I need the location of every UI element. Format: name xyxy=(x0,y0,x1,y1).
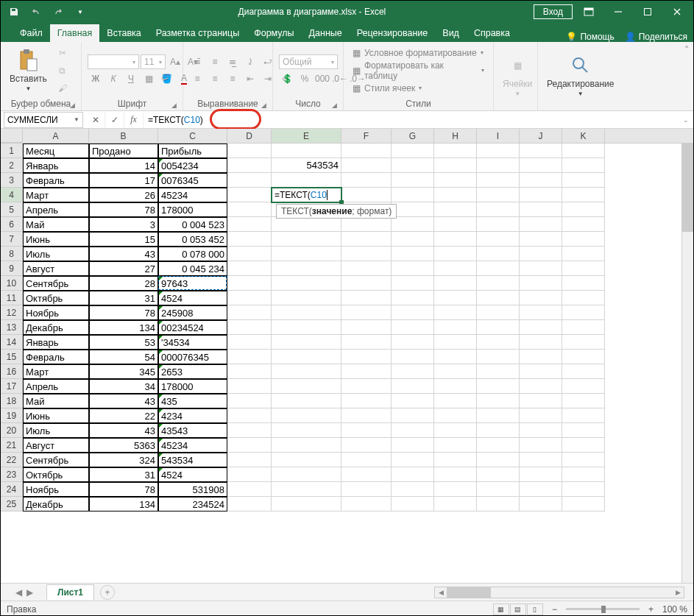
cell[interactable] xyxy=(562,291,605,305)
tab-data[interactable]: Данные xyxy=(302,24,350,42)
row-header[interactable]: 7 xyxy=(1,232,23,247)
borders-icon[interactable]: ▦ xyxy=(141,71,157,86)
cell[interactable]: Февраль xyxy=(23,350,89,364)
cell[interactable] xyxy=(477,350,520,364)
cell[interactable] xyxy=(272,144,341,158)
sheet-tab[interactable]: Лист1 xyxy=(46,584,94,600)
row-header[interactable]: 24 xyxy=(1,482,23,497)
cell[interactable] xyxy=(477,335,520,350)
cell[interactable] xyxy=(341,247,392,261)
cell[interactable]: 000076345 xyxy=(158,350,227,364)
cell[interactable] xyxy=(272,379,341,394)
cell[interactable] xyxy=(227,276,272,291)
cell[interactable] xyxy=(227,173,272,188)
cell[interactable] xyxy=(341,305,392,320)
cell[interactable] xyxy=(434,158,477,173)
cell[interactable] xyxy=(434,276,477,291)
cell[interactable] xyxy=(272,497,341,511)
cell[interactable] xyxy=(520,247,562,261)
cell[interactable] xyxy=(272,423,341,438)
cell[interactable] xyxy=(272,408,341,423)
tab-view[interactable]: Вид xyxy=(435,24,467,42)
cell[interactable] xyxy=(227,423,272,438)
cell[interactable] xyxy=(434,364,477,379)
comma-icon[interactable]: 000 xyxy=(314,71,330,86)
cell[interactable] xyxy=(272,364,341,379)
cell[interactable] xyxy=(272,276,341,291)
cell[interactable] xyxy=(520,144,562,158)
sheet-next-icon[interactable]: ▶ xyxy=(26,587,33,598)
cell[interactable] xyxy=(562,173,605,188)
cell[interactable] xyxy=(477,423,520,438)
cell[interactable]: 15 xyxy=(89,232,158,247)
cell[interactable] xyxy=(272,453,341,467)
cell[interactable] xyxy=(562,379,605,394)
cell[interactable] xyxy=(562,408,605,423)
cell[interactable] xyxy=(434,291,477,305)
cell[interactable]: 54 xyxy=(89,350,158,364)
cell[interactable] xyxy=(392,379,434,394)
cell[interactable] xyxy=(520,453,562,467)
row-header[interactable]: 15 xyxy=(1,350,23,364)
cell[interactable] xyxy=(392,482,434,497)
col-header[interactable]: A xyxy=(23,129,89,143)
row-header[interactable]: 9 xyxy=(1,261,23,276)
zoom-level[interactable]: 100 % xyxy=(662,604,687,615)
number-format-combo[interactable]: Общий▾ xyxy=(279,54,338,69)
cell[interactable]: Месяц xyxy=(23,144,89,158)
cell[interactable] xyxy=(434,247,477,261)
cell[interactable]: 543534 xyxy=(272,158,341,173)
cell[interactable] xyxy=(562,335,605,350)
cell[interactable] xyxy=(227,364,272,379)
orientation-icon[interactable]: ⤸ xyxy=(242,54,258,69)
font-size-combo[interactable]: 11▾ xyxy=(141,54,166,69)
save-icon[interactable] xyxy=(4,3,24,21)
cell[interactable] xyxy=(434,453,477,467)
cell[interactable] xyxy=(392,291,434,305)
align-left-icon[interactable]: ≡ xyxy=(189,71,205,86)
row-header[interactable]: 25 xyxy=(1,497,23,511)
cell[interactable] xyxy=(227,188,272,202)
cell[interactable] xyxy=(227,394,272,408)
cell[interactable]: 43 xyxy=(89,394,158,408)
cell[interactable] xyxy=(227,379,272,394)
dialog-launcher-icon[interactable]: ◢ xyxy=(70,102,75,109)
cell[interactable] xyxy=(520,173,562,188)
cell[interactable]: 543534 xyxy=(158,453,227,467)
align-middle-icon[interactable]: ≡ xyxy=(207,54,223,69)
row-header[interactable]: 3 xyxy=(1,173,23,188)
cell[interactable] xyxy=(477,291,520,305)
cell[interactable] xyxy=(434,497,477,511)
row-header[interactable]: 4 xyxy=(1,188,23,202)
cell[interactable] xyxy=(520,467,562,482)
cell[interactable] xyxy=(477,305,520,320)
cell[interactable]: 31 xyxy=(89,291,158,305)
cell[interactable] xyxy=(434,482,477,497)
tab-formulas[interactable]: Формулы xyxy=(247,24,301,42)
cell[interactable] xyxy=(341,394,392,408)
tell-me[interactable]: 💡Помощь xyxy=(566,32,614,42)
cell[interactable] xyxy=(392,394,434,408)
row-header[interactable]: 19 xyxy=(1,408,23,423)
cell[interactable] xyxy=(562,217,605,232)
row-header[interactable]: 21 xyxy=(1,438,23,453)
cell[interactable] xyxy=(227,291,272,305)
row-header[interactable]: 17 xyxy=(1,379,23,394)
cell[interactable] xyxy=(392,453,434,467)
cell[interactable] xyxy=(341,261,392,276)
cell[interactable] xyxy=(272,350,341,364)
cell[interactable]: 26 xyxy=(89,188,158,202)
cell[interactable]: Июнь xyxy=(23,232,89,247)
row-header[interactable]: 18 xyxy=(1,394,23,408)
tab-file[interactable]: Файл xyxy=(13,24,50,42)
cell[interactable] xyxy=(562,482,605,497)
cell[interactable] xyxy=(562,438,605,453)
cell[interactable] xyxy=(520,379,562,394)
cells-button[interactable]: ▦ Ячейки ▼ xyxy=(498,52,537,99)
cell[interactable] xyxy=(341,438,392,453)
cell[interactable]: Август xyxy=(23,438,89,453)
cell[interactable]: 78 xyxy=(89,482,158,497)
fill-color-icon[interactable]: 🪣 xyxy=(158,71,174,86)
underline-icon[interactable]: Ч xyxy=(123,71,139,86)
close-icon[interactable] xyxy=(664,1,690,22)
